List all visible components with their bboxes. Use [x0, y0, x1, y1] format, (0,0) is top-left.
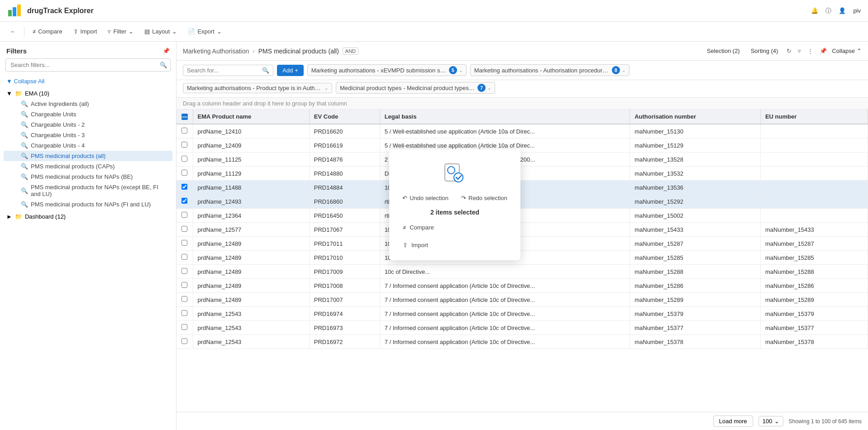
cell-auth-number: maNumber_15377: [630, 321, 761, 335]
cell-product-name: prdName_11129: [193, 167, 309, 181]
col-legal-basis[interactable]: Legal basis: [380, 110, 630, 124]
row-checkbox[interactable]: [181, 268, 187, 274]
cell-ev-code: PRD16619: [309, 139, 380, 153]
row-checkbox[interactable]: [181, 226, 187, 232]
export-button[interactable]: 📄 Export ⌄: [183, 26, 226, 37]
import-button[interactable]: ⇪ Import: [69, 26, 102, 37]
filter-chip-medicinal-product-types[interactable]: Medicinal product types - Medicinal prod…: [336, 82, 495, 94]
row-checkbox-cell[interactable]: [176, 195, 193, 209]
sidebar-group-dashboard[interactable]: ► 📁 Dashboard (12): [4, 211, 172, 222]
row-checkbox[interactable]: [181, 324, 187, 330]
filter-chip-auth-procedure[interactable]: Marketing authorisations - Authorisation…: [470, 64, 630, 76]
row-checkbox-cell[interactable]: [176, 124, 193, 139]
row-checkbox[interactable]: [181, 212, 187, 218]
cell-eu-number: [760, 167, 868, 181]
row-checkbox-cell[interactable]: [176, 307, 193, 321]
cell-product-name: prdName_12577: [193, 223, 309, 237]
table-header-row: — EMA Product name EV Code Legal basis A…: [176, 110, 868, 124]
row-checkbox-cell[interactable]: [176, 209, 193, 223]
cell-legal-basis: 7 / Informed consent application (Articl…: [380, 279, 630, 293]
row-checkbox[interactable]: [181, 170, 187, 176]
sidebar-item-pms-caps[interactable]: 🔍 PMS medicinal products (CAPs): [4, 161, 172, 172]
row-checkbox[interactable]: [181, 240, 187, 246]
refresh-button[interactable]: ↻: [785, 46, 793, 56]
back-button[interactable]: ←: [5, 26, 20, 37]
page-size-select[interactable]: 100 ⌄: [758, 416, 783, 426]
redo-selection-button[interactable]: ↷ Redo selection: [458, 193, 511, 203]
collapse-button[interactable]: Collapse ⌃: [832, 48, 862, 54]
breadcrumb-separator: ›: [253, 48, 254, 54]
row-checkbox-cell[interactable]: [176, 279, 193, 293]
select-all-header[interactable]: —: [176, 110, 193, 124]
help-icon[interactable]: ⓘ: [825, 7, 831, 15]
col-ev-code[interactable]: EV Code: [309, 110, 380, 124]
selection-button[interactable]: Selection (2): [703, 46, 744, 56]
sidebar-pin-icon[interactable]: 📌: [162, 48, 170, 54]
cell-eu-number: [760, 124, 868, 139]
search-filters-input[interactable]: [5, 58, 171, 72]
back-arrow-icon: ←: [10, 28, 16, 35]
search-input[interactable]: [187, 67, 259, 74]
load-more-button[interactable]: Load more: [713, 416, 753, 427]
cell-ev-code: PRD17008: [309, 279, 380, 293]
row-checkbox-cell[interactable]: [176, 321, 193, 335]
col-eu-number[interactable]: EU number: [760, 110, 868, 124]
sidebar-item-chargeable-units[interactable]: 🔍 Chargeable Units: [4, 109, 172, 119]
pin-button[interactable]: 📌: [818, 46, 828, 56]
row-checkbox-cell[interactable]: [176, 139, 193, 153]
filter-button[interactable]: ▿ Filter ⌄: [103, 26, 138, 37]
row-checkbox[interactable]: [181, 310, 187, 316]
row-checkbox-cell[interactable]: [176, 335, 193, 349]
row-checkbox-cell[interactable]: [176, 237, 193, 251]
bell-icon[interactable]: 🔔: [811, 7, 818, 14]
sidebar-item-pms-naps-fi-lu[interactable]: 🔍 PMS medicinal products for NAPs (FI an…: [4, 199, 172, 210]
row-checkbox-cell[interactable]: [176, 251, 193, 265]
sidebar-item-pms-all[interactable]: 🔍 PMS medicinal products (all): [4, 151, 172, 161]
compare-button[interactable]: ≠ Compare: [28, 26, 67, 37]
sidebar-item-pms-naps-be[interactable]: 🔍 PMS medicinal products for NAPs (BE): [4, 172, 172, 182]
table-container[interactable]: — EMA Product name EV Code Legal basis A…: [176, 110, 868, 412]
user-icon[interactable]: 👤: [839, 7, 846, 14]
row-checkbox[interactable]: [181, 184, 187, 190]
row-checkbox[interactable]: [181, 338, 187, 344]
row-checkbox[interactable]: [181, 142, 187, 148]
svg-point-4: [448, 167, 455, 174]
column-filter-button[interactable]: ▿: [796, 46, 802, 56]
row-checkbox-cell[interactable]: [176, 223, 193, 237]
popup-import-button[interactable]: ⇪ Import: [398, 239, 511, 251]
page-size-chevron-icon: ⌄: [774, 418, 779, 425]
row-checkbox-cell[interactable]: [176, 181, 193, 195]
row-checkbox[interactable]: [181, 296, 187, 302]
row-checkbox[interactable]: [181, 156, 187, 162]
row-checkbox-cell[interactable]: [176, 265, 193, 279]
sidebar-item-active-ingredients[interactable]: 🔍 Active Ingredients (all): [4, 99, 172, 109]
row-checkbox[interactable]: [181, 254, 187, 260]
popup-compare-button[interactable]: ≠ Compare: [398, 221, 511, 234]
row-checkbox-cell[interactable]: [176, 293, 193, 307]
row-checkbox[interactable]: [181, 198, 187, 204]
row-checkbox-cell[interactable]: [176, 153, 193, 167]
row-checkbox-cell[interactable]: [176, 167, 193, 181]
sidebar-item-chargeable-units-4[interactable]: 🔍 Chargeable Units - 4: [4, 140, 172, 151]
table-row: prdName_11488PRD1488410c of Directive...…: [176, 181, 868, 195]
collapse-all-link[interactable]: ▼ Collapse All: [0, 76, 176, 88]
sorting-button[interactable]: Sorting (4): [747, 46, 782, 56]
col-auth-number[interactable]: Authorisation number: [630, 110, 761, 124]
row-checkbox[interactable]: [181, 282, 187, 288]
table-row: prdName_12543PRD169737 / Informed consen…: [176, 321, 868, 335]
undo-selection-button[interactable]: ↶ Undo selection: [399, 193, 452, 203]
add-button[interactable]: Add +: [277, 65, 304, 76]
cell-ev-code: PRD16450: [309, 209, 380, 223]
filter-bar: 🔍 Add + Marketing authorisations - xEVMP…: [176, 61, 868, 80]
col-product-name[interactable]: EMA Product name: [193, 110, 309, 124]
sidebar-item-chargeable-units-3[interactable]: 🔍 Chargeable Units - 3: [4, 130, 172, 140]
layout-button[interactable]: ▤ Layout ⌄: [140, 26, 181, 37]
more-options-button[interactable]: ⋮: [806, 46, 815, 56]
row-checkbox[interactable]: [181, 128, 187, 134]
sidebar-item-pms-naps-except[interactable]: 🔍 PMS medicinal products for NAPs (excep…: [4, 182, 172, 199]
filter-chip-product-type[interactable]: Marketing authorisations - Product type …: [183, 83, 332, 93]
sidebar-group-ema[interactable]: ▼ 📁 EMA (10): [4, 88, 172, 99]
sidebar-item-chargeable-units-2[interactable]: 🔍 Chargeable Units - 2: [4, 119, 172, 130]
filter-chip-xevmpd[interactable]: Marketing authorisations - xEVMPD submis…: [307, 64, 467, 76]
popup-actions: ↶ Undo selection ↷ Redo selection: [399, 193, 511, 203]
